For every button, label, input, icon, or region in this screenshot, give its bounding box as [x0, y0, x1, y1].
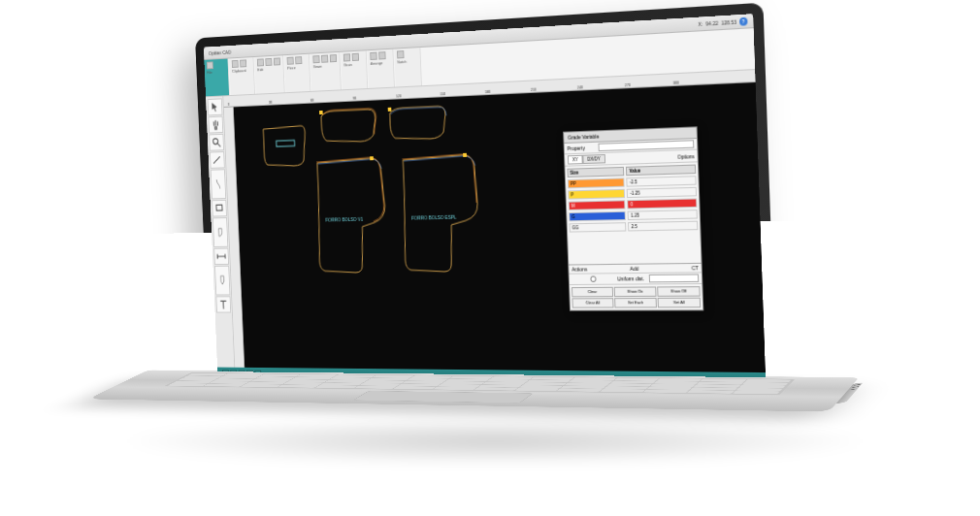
- ribbon-group-file[interactable]: File: [204, 59, 230, 97]
- coords-label: X:: [698, 20, 702, 27]
- tool-text[interactable]: [215, 296, 231, 312]
- tool-curve[interactable]: [211, 169, 226, 199]
- grade-table: SizeValue PP-2.5 P-1.25 M0 G1.25 GG2.5: [565, 162, 700, 234]
- pattern-piece-2[interactable]: [316, 106, 382, 146]
- ribbon-group-seam[interactable]: Seam: [310, 52, 342, 91]
- pattern-piece-3[interactable]: [385, 103, 453, 145]
- workspace: const d=JSON.parse(document.getElementBy…: [206, 70, 766, 372]
- prop-input[interactable]: [598, 140, 694, 151]
- svg-rect-1: [216, 205, 222, 210]
- svg-rect-2: [277, 141, 295, 147]
- coords-x: 94.22: [705, 19, 718, 26]
- tool-rect[interactable]: [212, 200, 227, 217]
- btn-set-all[interactable]: Set All: [658, 298, 702, 308]
- panel-title: Grade Variable: [564, 127, 697, 144]
- ribbon-group-piece[interactable]: Piece: [284, 54, 310, 93]
- pattern-label-2: FORRO BOLSO ESPL: [411, 214, 457, 221]
- svg-rect-5: [370, 156, 374, 160]
- app-window: Optitex CAD X: 94.22 128.53 ? File: [204, 14, 767, 387]
- pattern-piece-5[interactable]: [396, 149, 490, 277]
- col-size: Size: [567, 167, 624, 177]
- pattern-piece-1[interactable]: [259, 122, 310, 172]
- panel-tab-dxdy[interactable]: DX/DY: [582, 154, 604, 164]
- col-value: Value: [626, 165, 696, 177]
- btn-show-off[interactable]: Show Off: [657, 286, 701, 297]
- trackpad: [352, 391, 533, 403]
- tool-measure[interactable]: [213, 248, 229, 265]
- ribbon-group-notch[interactable]: Notch: [394, 48, 422, 86]
- screen-bezel: Optitex CAD X: 94.22 128.53 ? File: [195, 3, 776, 398]
- table-row[interactable]: P-1.25: [568, 187, 697, 200]
- svg-point-0: [212, 139, 217, 145]
- svg-rect-3: [319, 111, 323, 114]
- tool-pan[interactable]: [208, 116, 223, 134]
- tool-shape[interactable]: [212, 217, 228, 247]
- tool-line[interactable]: [210, 151, 225, 169]
- ribbon-group-arrange[interactable]: Arrange: [368, 49, 395, 88]
- uniform-label: Uniform dist.: [617, 275, 646, 281]
- help-icon[interactable]: ?: [739, 16, 748, 25]
- uniform-checkbox[interactable]: [572, 275, 615, 282]
- tool-select[interactable]: [208, 98, 223, 115]
- canvas[interactable]: FORRO BOLSO V1 FORRO BOLSO ESPL: [234, 82, 766, 372]
- ct-label: CT: [657, 265, 698, 272]
- canvas-area[interactable]: const d=JSON.parse(document.getElementBy…: [223, 70, 766, 372]
- actions-label: Actions: [572, 266, 611, 273]
- table-row[interactable]: PP-2.5: [568, 176, 697, 188]
- btn-clear-all[interactable]: Clear All: [572, 298, 613, 307]
- coords-y: 128.53: [721, 18, 736, 25]
- table-row[interactable]: G1.25: [569, 210, 698, 221]
- table-row[interactable]: GG2.5: [570, 221, 699, 233]
- tool-zoom[interactable]: [209, 134, 224, 151]
- ribbon-group-grain[interactable]: Grain: [341, 50, 368, 89]
- panel-options-btn[interactable]: Options: [677, 152, 695, 159]
- panel-tab-xy[interactable]: XY: [568, 155, 583, 165]
- prop-label: Property: [568, 145, 596, 151]
- svg-rect-6: [463, 153, 467, 157]
- tool-piece[interactable]: [214, 266, 230, 296]
- ribbon-group-clipboard[interactable]: Clipboard: [229, 57, 255, 95]
- table-row[interactable]: M0: [569, 198, 698, 210]
- uniform-val[interactable]: [649, 274, 699, 282]
- app-title: Optitex CAD: [209, 48, 231, 55]
- btn-set-each[interactable]: Set Each: [614, 298, 657, 308]
- add-label: Add: [614, 266, 655, 273]
- grade-panel[interactable]: Grade Variable Property XY DX/DY: [563, 126, 703, 310]
- ribbon-group-edit[interactable]: Edit: [254, 55, 284, 93]
- laptop-side: [835, 382, 863, 403]
- svg-rect-4: [388, 108, 392, 112]
- btn-show-on[interactable]: Show On: [614, 286, 657, 297]
- btn-clear[interactable]: Clear: [572, 287, 613, 298]
- laptop-mockup: for(let i=0;i<75;i++)document.write('<di…: [167, 12, 852, 488]
- pattern-label-1: FORRO BOLSO V1: [325, 216, 363, 223]
